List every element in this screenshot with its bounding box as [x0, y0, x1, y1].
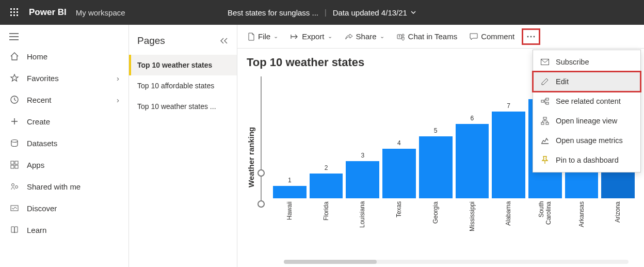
pencil-icon: [540, 77, 550, 86]
svg-rect-27: [543, 117, 546, 119]
svg-point-19: [402, 34, 404, 36]
menu-label: Edit: [556, 77, 569, 86]
teams-icon: [397, 33, 405, 41]
nav-item-recent[interactable]: Recent ›: [0, 89, 128, 111]
chevron-right-icon: ›: [117, 74, 119, 83]
bar[interactable]: 2: [310, 74, 343, 198]
hamburger-icon: [9, 33, 19, 40]
menu-item-usage[interactable]: Open usage metrics: [533, 131, 640, 150]
nav-collapse-button[interactable]: [0, 28, 128, 45]
svg-point-21: [530, 36, 532, 37]
svg-rect-12: [15, 161, 18, 164]
nav-label: Shared with me: [27, 182, 81, 191]
bar[interactable]: 5: [419, 74, 453, 198]
comment-icon: [470, 33, 478, 40]
svg-rect-13: [11, 165, 14, 168]
nav-label: Datasets: [27, 139, 57, 148]
app-header: Power BI My workspace Best states for su…: [0, 0, 644, 25]
page-item[interactable]: Top 10 affordable states: [129, 75, 237, 96]
page-item[interactable]: Top 10 weather states: [129, 55, 237, 75]
nav-label: Apps: [27, 161, 44, 169]
nav-label: Favorites: [27, 74, 59, 83]
menu-item-pin[interactable]: Pin to a dashboard: [533, 150, 640, 170]
bar[interactable]: 6: [456, 74, 489, 198]
bar[interactable]: 3: [346, 74, 379, 198]
svg-rect-26: [546, 102, 549, 104]
lineage-icon: [540, 117, 550, 125]
bar-value-label: 2: [310, 164, 343, 171]
nav-item-discover[interactable]: Discover: [0, 197, 128, 219]
workspace-name[interactable]: My workspace: [76, 8, 125, 17]
export-icon: [291, 33, 299, 40]
menu-item-subscribe[interactable]: Subscribe: [533, 52, 640, 72]
nav-label: Discover: [27, 204, 57, 213]
slider-handle-upper[interactable]: [257, 200, 265, 208]
share-menu-button[interactable]: Share ⌄: [340, 29, 390, 44]
svg-rect-5: [17, 11, 18, 13]
waffle-icon[interactable]: [4, 2, 25, 23]
nav-item-favorites[interactable]: Favorites ›: [0, 67, 128, 89]
divider: |: [325, 8, 327, 17]
bar-value-label: 3: [346, 152, 379, 159]
x-axis-label: Texas: [382, 201, 416, 238]
nav-item-datasets[interactable]: Datasets: [0, 132, 128, 154]
chevron-down-icon: [410, 9, 416, 15]
nav-item-learn[interactable]: Learn: [0, 219, 128, 241]
chart-ylabel: Weather ranking: [247, 74, 255, 240]
bar-value-label: 4: [382, 139, 416, 147]
svg-point-22: [534, 36, 535, 37]
bar-value-label: 6: [456, 115, 489, 122]
menu-label: Subscribe: [556, 58, 589, 66]
toolbar-label: Export: [302, 32, 324, 41]
bar-value-label: 5: [419, 127, 453, 134]
mail-icon: [540, 59, 550, 65]
chat-teams-button[interactable]: Chat in Teams: [392, 29, 463, 44]
chevron-right-icon: ›: [117, 96, 119, 104]
menu-item-related[interactable]: See related content: [533, 91, 640, 111]
bar[interactable]: 1: [273, 74, 307, 198]
svg-rect-4: [13, 11, 15, 13]
plus-icon: [9, 117, 20, 126]
scrollbar-thumb[interactable]: [284, 260, 377, 264]
file-menu-button[interactable]: File ⌄: [243, 29, 283, 44]
nav-item-shared[interactable]: Shared with me: [0, 176, 128, 197]
pin-icon: [540, 156, 550, 164]
nav-item-create[interactable]: Create: [0, 111, 128, 132]
x-axis-label: Arizona: [601, 201, 635, 238]
x-axis-label: Louisiana: [346, 201, 379, 238]
nav-label: Recent: [27, 96, 52, 104]
slider-handle-lower[interactable]: [257, 169, 265, 177]
data-updated-button[interactable]: Data updated 4/13/21: [333, 8, 416, 17]
comment-button[interactable]: Comment: [464, 29, 520, 44]
bar[interactable]: 7: [492, 74, 525, 198]
discover-icon: [9, 203, 20, 213]
nav-item-home[interactable]: Home: [0, 45, 128, 67]
brand-label: Power BI: [29, 7, 67, 18]
svg-rect-7: [13, 14, 15, 16]
nav-item-apps[interactable]: Apps: [0, 154, 128, 176]
shared-icon: [9, 182, 20, 191]
slider-track[interactable]: [259, 76, 264, 200]
share-icon: [345, 33, 353, 40]
chart-title: Top 10 weather states: [247, 56, 364, 69]
chevron-down-icon: ⌄: [273, 33, 278, 40]
clock-icon: [9, 95, 20, 104]
x-axis-label: Mississippi: [456, 201, 489, 238]
menu-item-edit[interactable]: Edit: [533, 72, 640, 91]
horizontal-scrollbar[interactable]: [284, 260, 629, 264]
page-item[interactable]: Top 10 weather states ...: [129, 96, 237, 117]
menu-label: Pin to a dashboard: [556, 156, 619, 164]
svg-rect-0: [10, 8, 12, 10]
svg-point-20: [527, 36, 529, 37]
svg-point-15: [12, 184, 14, 186]
bar[interactable]: 4: [382, 74, 416, 198]
x-axis-label: Florida: [310, 201, 343, 238]
more-options-menu: Subscribe Edit See related content Open …: [533, 50, 641, 172]
collapse-pages-icon[interactable]: [219, 37, 229, 44]
export-menu-button[interactable]: Export ⌄: [285, 29, 337, 44]
menu-label: See related content: [556, 97, 621, 105]
more-options-button[interactable]: [522, 28, 540, 45]
menu-item-lineage[interactable]: Open lineage view: [533, 111, 640, 131]
data-updated-label: Data updated 4/13/21: [333, 8, 407, 17]
chevron-down-icon: ⌄: [328, 33, 332, 40]
